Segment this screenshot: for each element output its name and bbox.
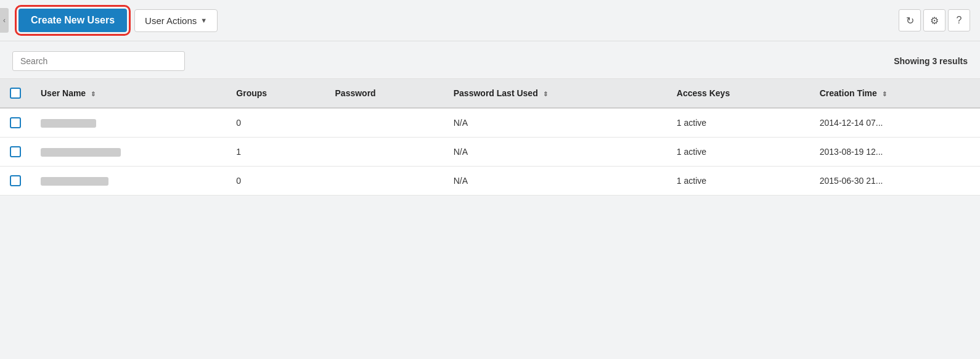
help-button[interactable]: ? <box>948 9 970 31</box>
row1-access-keys: 1 active <box>667 108 810 138</box>
table-row: 1 N/A 1 active 2013-08-19 12... <box>0 138 980 167</box>
sidebar-toggle-button[interactable]: ‹ <box>0 8 9 33</box>
row3-groups: 0 <box>226 167 325 196</box>
refresh-button[interactable]: ↻ <box>899 9 921 31</box>
column-header-groups: Groups <box>226 79 325 108</box>
row2-access-keys: 1 active <box>667 138 810 167</box>
search-bar-row: Showing 3 results <box>0 41 980 79</box>
user-actions-label: User Actions <box>145 15 197 26</box>
sort-icon-password-last-used: ⇕ <box>543 91 548 97</box>
table-header-row: User Name ⇕ Groups Password Password Las… <box>0 79 980 108</box>
row2-groups: 1 <box>226 138 325 167</box>
column-label-password-last-used: Password Last Used <box>454 88 538 98</box>
column-header-checkbox[interactable] <box>0 79 31 108</box>
row2-username <box>31 138 226 167</box>
user-actions-button[interactable]: User Actions ▼ <box>134 9 218 32</box>
settings-button[interactable]: ⚙ <box>923 9 945 31</box>
row3-password-last-used: N/A <box>444 167 667 196</box>
column-label-groups: Groups <box>236 88 267 98</box>
row1-creation-time: 2014-12-14 07... <box>810 108 980 138</box>
column-label-password: Password <box>335 88 376 98</box>
column-header-access-keys: Access Keys <box>667 79 810 108</box>
row3-username <box>31 167 226 196</box>
column-label-access-keys: Access Keys <box>677 88 730 98</box>
toolbar-right: ↻ ⚙ ? <box>897 9 970 31</box>
toolbar-left: Create New Users User Actions ▼ <box>18 9 218 32</box>
sort-icon-username: ⇕ <box>91 91 96 97</box>
row3-access-keys: 1 active <box>667 167 810 196</box>
table-container: User Name ⇕ Groups Password Password Las… <box>0 79 980 196</box>
row2-checkbox[interactable] <box>10 146 21 157</box>
content-area: Showing 3 results User Name ⇕ Groups <box>0 41 980 196</box>
column-header-password-last-used[interactable]: Password Last Used ⇕ <box>444 79 667 108</box>
row2-creation-time: 2013-08-19 12... <box>810 138 980 167</box>
column-label-creation-time: Creation Time <box>820 88 877 98</box>
row3-checkbox[interactable] <box>10 175 21 186</box>
row2-password-last-used: N/A <box>444 138 667 167</box>
row1-password-last-used: N/A <box>444 108 667 138</box>
column-header-password: Password <box>325 79 444 108</box>
row2-password <box>325 138 444 167</box>
chevron-down-icon: ▼ <box>200 17 207 24</box>
refresh-icon: ↻ <box>906 15 914 27</box>
row1-username <box>31 108 226 138</box>
table-row: 0 N/A 1 active 2014-12-14 07... <box>0 108 980 138</box>
settings-icon: ⚙ <box>930 15 939 27</box>
row2-checkbox-cell[interactable] <box>0 138 31 167</box>
row3-username-redacted <box>41 177 108 186</box>
row2-username-redacted <box>41 148 121 157</box>
row1-checkbox-cell[interactable] <box>0 108 31 138</box>
table-row: 0 N/A 1 active 2015-06-30 21... <box>0 167 980 196</box>
row3-checkbox-cell[interactable] <box>0 167 31 196</box>
row1-checkbox[interactable] <box>10 117 21 128</box>
row3-password <box>325 167 444 196</box>
column-header-username[interactable]: User Name ⇕ <box>31 79 226 108</box>
row1-username-redacted <box>41 119 96 128</box>
toolbar: ‹ Create New Users User Actions ▼ ↻ ⚙ ? <box>0 0 980 41</box>
help-icon: ? <box>957 15 962 26</box>
row3-creation-time: 2015-06-30 21... <box>810 167 980 196</box>
row1-groups: 0 <box>226 108 325 138</box>
column-label-username: User Name <box>41 88 86 98</box>
search-input[interactable] <box>12 51 185 71</box>
results-text: Showing 3 results <box>894 56 968 66</box>
row1-password <box>325 108 444 138</box>
column-header-creation-time[interactable]: Creation Time ⇕ <box>810 79 980 108</box>
create-new-users-button[interactable]: Create New Users <box>18 9 127 32</box>
sort-icon-creation-time: ⇕ <box>882 91 887 97</box>
select-all-checkbox[interactable] <box>10 88 21 99</box>
users-table: User Name ⇕ Groups Password Password Las… <box>0 79 980 196</box>
